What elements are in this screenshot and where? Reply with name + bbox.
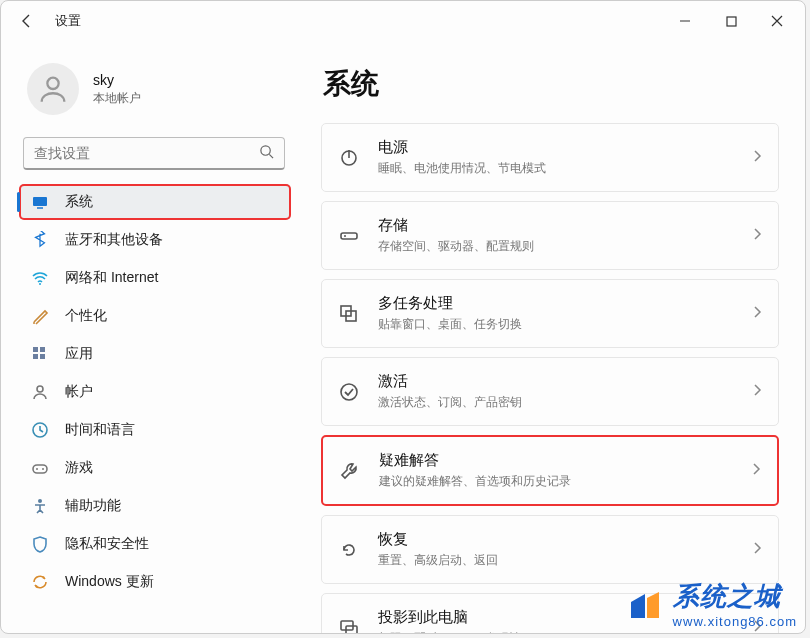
app-title: 设置 (55, 12, 81, 30)
project-icon (338, 617, 360, 634)
card-multitask[interactable]: 多任务处理贴靠窗口、桌面、任务切换 (321, 279, 779, 348)
main-panel: 系统 电源睡眠、电池使用情况、节电模式存储存储空间、驱动器、配置规则多任务处理贴… (301, 41, 805, 633)
chevron-right-icon (752, 150, 762, 165)
sidebar-item-label: 时间和语言 (65, 421, 135, 439)
svg-point-3 (261, 146, 270, 155)
svg-point-18 (38, 499, 42, 503)
card-title: 恢复 (378, 530, 734, 549)
time-icon (31, 421, 49, 439)
sidebar-item-time[interactable]: 时间和语言 (19, 412, 291, 448)
sidebar-item-label: 个性化 (65, 307, 107, 325)
svg-line-4 (269, 154, 273, 158)
svg-rect-10 (40, 347, 45, 352)
personalization-icon (31, 307, 49, 325)
sidebar-item-label: 帐户 (65, 383, 93, 401)
sidebar-item-personalization[interactable]: 个性化 (19, 298, 291, 334)
card-title: 激活 (378, 372, 734, 391)
sidebar-item-gaming[interactable]: 游戏 (19, 450, 291, 486)
card-troubleshoot[interactable]: 疑难解答建议的疑难解答、首选项和历史记录 (321, 435, 779, 506)
user-icon (36, 72, 70, 106)
sidebar-item-update[interactable]: Windows 更新 (19, 564, 291, 600)
card-subtitle: 权限、配对 PIN、可发现性 (378, 630, 734, 633)
recovery-icon (338, 539, 360, 561)
bluetooth-icon (31, 231, 49, 249)
minimize-button[interactable] (663, 5, 707, 37)
svg-point-17 (42, 468, 44, 470)
svg-rect-21 (341, 233, 357, 239)
card-title: 多任务处理 (378, 294, 734, 313)
svg-rect-5 (33, 197, 47, 206)
privacy-icon (31, 535, 49, 553)
sidebar-item-system[interactable]: 系统 (19, 184, 291, 220)
close-icon (771, 15, 783, 27)
maximize-icon (726, 16, 737, 27)
card-subtitle: 睡眠、电池使用情况、节电模式 (378, 160, 734, 177)
card-recovery[interactable]: 恢复重置、高级启动、返回 (321, 515, 779, 584)
sidebar-item-network[interactable]: 网络和 Internet (19, 260, 291, 296)
card-title: 电源 (378, 138, 734, 157)
svg-rect-12 (40, 354, 45, 359)
card-subtitle: 激活状态、订阅、产品密钥 (378, 394, 734, 411)
sidebar-item-label: 应用 (65, 345, 93, 363)
search-box[interactable] (23, 137, 285, 170)
chevron-right-icon (752, 620, 762, 633)
chevron-right-icon (751, 463, 761, 478)
sidebar-item-accounts[interactable]: 帐户 (19, 374, 291, 410)
user-subtitle: 本地帐户 (93, 90, 141, 107)
card-title: 疑难解答 (379, 451, 733, 470)
card-subtitle: 重置、高级启动、返回 (378, 552, 734, 569)
maximize-button[interactable] (709, 5, 753, 37)
search-icon (259, 144, 274, 162)
update-icon (31, 573, 49, 591)
search-input[interactable] (34, 145, 259, 161)
sidebar: sky 本地帐户 系统蓝牙和其他设备网络和 Internet个性化应用帐户时间和… (1, 41, 301, 633)
svg-rect-15 (33, 465, 47, 473)
storage-icon (338, 225, 360, 247)
sidebar-item-label: 游戏 (65, 459, 93, 477)
network-icon (31, 269, 49, 287)
chevron-right-icon (752, 306, 762, 321)
chevron-right-icon (752, 542, 762, 557)
svg-rect-9 (33, 347, 38, 352)
sidebar-item-label: 网络和 Internet (65, 269, 158, 287)
sidebar-item-label: 系统 (65, 193, 93, 211)
nav-list: 系统蓝牙和其他设备网络和 Internet个性化应用帐户时间和语言游戏辅助功能隐… (19, 184, 291, 600)
sidebar-item-label: 隐私和安全性 (65, 535, 149, 553)
svg-point-25 (341, 384, 357, 400)
sidebar-item-bluetooth[interactable]: 蓝牙和其他设备 (19, 222, 291, 258)
svg-point-16 (36, 468, 38, 470)
accounts-icon (31, 383, 49, 401)
svg-rect-1 (727, 17, 736, 26)
card-title: 存储 (378, 216, 734, 235)
user-block[interactable]: sky 本地帐户 (19, 49, 291, 133)
system-icon (31, 193, 49, 211)
arrow-left-icon (19, 13, 35, 29)
minimize-icon (679, 15, 691, 27)
activation-icon (338, 381, 360, 403)
card-power[interactable]: 电源睡眠、电池使用情况、节电模式 (321, 123, 779, 192)
card-activation[interactable]: 激活激活状态、订阅、产品密钥 (321, 357, 779, 426)
page-title: 系统 (323, 65, 779, 103)
troubleshoot-icon (339, 460, 361, 482)
sidebar-item-accessibility[interactable]: 辅助功能 (19, 488, 291, 524)
titlebar: 设置 (1, 1, 805, 41)
power-icon (338, 147, 360, 169)
card-storage[interactable]: 存储存储空间、驱动器、配置规则 (321, 201, 779, 270)
svg-point-22 (344, 235, 346, 237)
card-subtitle: 建议的疑难解答、首选项和历史记录 (379, 473, 733, 490)
card-project[interactable]: 投影到此电脑权限、配对 PIN、可发现性 (321, 593, 779, 633)
user-name: sky (93, 72, 141, 88)
svg-point-7 (39, 283, 41, 285)
avatar (27, 63, 79, 115)
accessibility-icon (31, 497, 49, 515)
sidebar-item-privacy[interactable]: 隐私和安全性 (19, 526, 291, 562)
card-title: 投影到此电脑 (378, 608, 734, 627)
apps-icon (31, 345, 49, 363)
card-subtitle: 贴靠窗口、桌面、任务切换 (378, 316, 734, 333)
sidebar-item-apps[interactable]: 应用 (19, 336, 291, 372)
back-button[interactable] (13, 7, 41, 35)
close-button[interactable] (755, 5, 799, 37)
svg-point-2 (47, 78, 58, 89)
svg-point-13 (37, 386, 43, 392)
sidebar-item-label: 蓝牙和其他设备 (65, 231, 163, 249)
